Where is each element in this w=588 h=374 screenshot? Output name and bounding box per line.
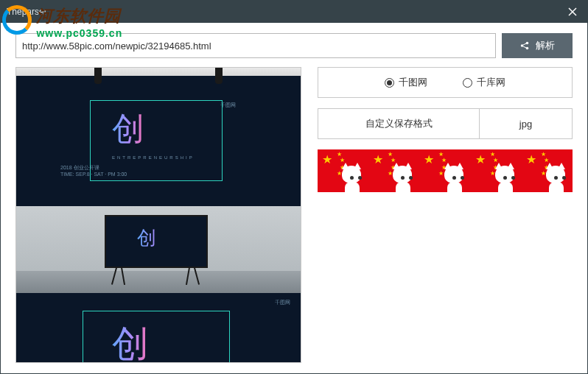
cat-icon [491,161,520,192]
preview-inner: 千图网 创 ENTREPRENEURSHIP 2018 创业公开课 TIME: … [16,68,301,363]
star-icon: ★ [424,152,434,166]
radio-label: 千库网 [477,76,505,89]
window-frame: Theparser 河东软件园 www.pc0359.cn 解析 [0,0,588,374]
sticker-item: ★ ★ ★ ★ ★ [368,149,419,192]
source-selector: 千图网 千库网 [318,67,573,98]
right-pane: 千图网 千库网 自定义保存格式 jpg ★ [318,67,573,363]
poster-footer-1: 2018 创业公开课 [60,164,127,172]
star-icon: ★ [373,152,383,166]
close-icon [568,7,577,16]
format-row: 自定义保存格式 jpg [318,108,573,139]
star-icon: ★ [526,152,536,166]
sticker-item: ★ ★ ★ ★ ★ [522,149,573,192]
format-label: 自定义保存格式 [318,108,480,139]
cat-icon [440,161,469,192]
preview-image-1: 千图网 创 ENTREPRENEURSHIP 2018 创业公开课 TIME: … [16,68,301,206]
preview-image-3: 千图网 创 ENTREPRENEURSHIP 2018 创业公开课 TIME: … [16,293,301,363]
star-icon: ★ [475,152,486,166]
parse-button-label: 解析 [536,39,555,52]
poster-main-text: 创 [112,107,144,151]
sticker-item: ★ ★ ★ ★ ★ [318,149,368,192]
radio-qianku[interactable]: 千库网 [463,76,505,89]
svg-line-5 [523,43,526,45]
sticker-item: ★ ★ ★ ★ ★ [419,149,470,192]
radio-label: 千图网 [399,76,427,89]
svg-point-4 [526,47,529,50]
svg-line-6 [523,46,526,48]
cat-icon [337,161,367,192]
poster-main-text: 创 [112,320,149,363]
parse-button[interactable]: 解析 [502,33,573,58]
poster-brand-tag: 千图网 [275,299,290,306]
window-title: Theparser [7,7,47,17]
url-row: 解析 [15,33,573,58]
format-value[interactable]: jpg [480,108,573,139]
radio-qiantu[interactable]: 千图网 [385,76,427,89]
cat-icon [388,161,418,192]
radio-icon [385,78,394,88]
preview-image-2: 创 [16,206,301,293]
sticker-item: ★ ★ ★ ★ ★ [471,149,522,192]
main-area: 千图网 创 ENTREPRENEURSHIP 2018 创业公开课 TIME: … [15,67,573,363]
share-icon [519,40,530,51]
sticker-row: ★ ★ ★ ★ ★ ★ ★ ★ ★ ★ [318,149,573,192]
content-area: 解析 千图网 创 ENTREPRENEURSHIP [1,23,587,373]
cat-icon [542,161,571,192]
titlebar[interactable]: Theparser [1,1,587,23]
url-input[interactable] [15,33,496,58]
poster-footer-2: TIME: SEP.8 · SAT · PM 3:00 [60,172,127,177]
star-icon: ★ [322,152,332,166]
radio-icon [463,78,472,88]
clip-icon [94,68,102,84]
poster-main-text: 创 [137,225,156,251]
preview-pane[interactable]: 千图网 创 ENTREPRENEURSHIP 2018 创业公开课 TIME: … [15,67,301,363]
poster-brand-tag: 千图网 [220,102,236,109]
clip-icon [215,68,223,84]
poster-sub-text: ENTREPRENEURSHIP [112,155,195,160]
close-button[interactable] [558,1,587,23]
svg-point-3 [526,42,529,45]
